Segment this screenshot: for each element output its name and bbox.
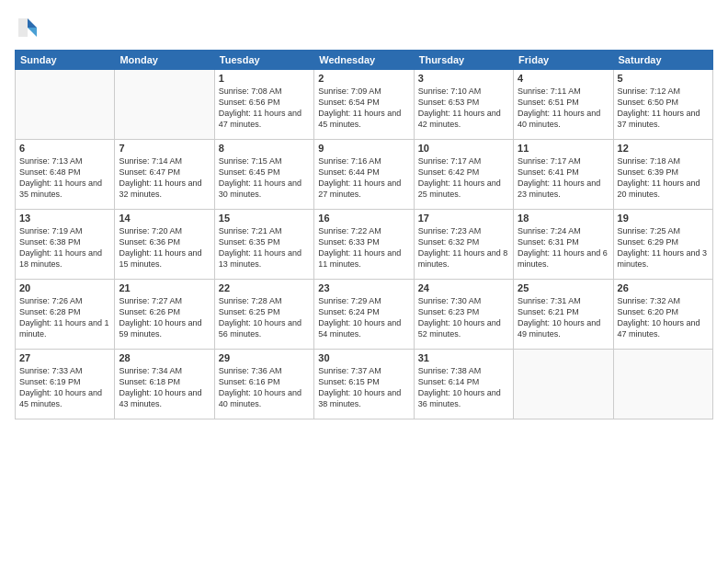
day-cell: 16Sunrise: 7:22 AM Sunset: 6:33 PM Dayli… (314, 210, 414, 280)
day-cell: 14Sunrise: 7:20 AM Sunset: 6:36 PM Dayli… (115, 210, 214, 280)
day-cell: 3Sunrise: 7:10 AM Sunset: 6:53 PM Daylig… (414, 70, 513, 140)
day-number: 7 (119, 143, 210, 154)
day-cell: 25Sunrise: 7:31 AM Sunset: 6:21 PM Dayli… (514, 280, 613, 350)
day-number: 20 (19, 282, 110, 293)
page: SundayMondayTuesdayWednesdayThursdayFrid… (0, 0, 728, 563)
day-info: Sunrise: 7:17 AM Sunset: 6:41 PM Dayligh… (518, 155, 609, 201)
day-number: 28 (119, 352, 210, 363)
day-cell: 27Sunrise: 7:33 AM Sunset: 6:19 PM Dayli… (16, 350, 115, 419)
day-number: 2 (318, 73, 409, 84)
day-info: Sunrise: 7:08 AM Sunset: 6:56 PM Dayligh… (219, 86, 310, 131)
day-cell: 6Sunrise: 7:13 AM Sunset: 6:48 PM Daylig… (16, 140, 115, 210)
week-row-4: 20Sunrise: 7:26 AM Sunset: 6:28 PM Dayli… (16, 280, 713, 350)
day-number: 13 (19, 213, 110, 224)
day-cell: 24Sunrise: 7:30 AM Sunset: 6:23 PM Dayli… (414, 280, 513, 350)
day-number: 10 (418, 143, 509, 154)
day-info: Sunrise: 7:30 AM Sunset: 6:23 PM Dayligh… (418, 295, 509, 340)
calendar-table: SundayMondayTuesdayWednesdayThursdayFrid… (15, 50, 713, 419)
header (15, 15, 713, 40)
day-number: 22 (219, 282, 310, 293)
day-info: Sunrise: 7:20 AM Sunset: 6:36 PM Dayligh… (119, 225, 210, 270)
day-cell: 15Sunrise: 7:21 AM Sunset: 6:35 PM Dayli… (214, 210, 313, 280)
day-cell: 31Sunrise: 7:38 AM Sunset: 6:14 PM Dayli… (414, 350, 513, 419)
day-info: Sunrise: 7:33 AM Sunset: 6:19 PM Dayligh… (19, 365, 110, 410)
day-info: Sunrise: 7:23 AM Sunset: 6:32 PM Dayligh… (418, 225, 509, 270)
day-cell: 5Sunrise: 7:12 AM Sunset: 6:50 PM Daylig… (613, 70, 712, 140)
day-info: Sunrise: 7:12 AM Sunset: 6:50 PM Dayligh… (618, 86, 709, 131)
day-info: Sunrise: 7:36 AM Sunset: 6:16 PM Dayligh… (219, 365, 310, 410)
day-cell: 28Sunrise: 7:34 AM Sunset: 6:18 PM Dayli… (115, 350, 214, 419)
weekday-header-tuesday: Tuesday (214, 51, 313, 70)
day-info: Sunrise: 7:26 AM Sunset: 6:28 PM Dayligh… (19, 295, 110, 340)
svg-marker-3 (18, 18, 28, 28)
weekday-header-sunday: Sunday (16, 51, 115, 70)
week-row-3: 13Sunrise: 7:19 AM Sunset: 6:38 PM Dayli… (16, 210, 713, 280)
day-cell: 21Sunrise: 7:27 AM Sunset: 6:26 PM Dayli… (115, 280, 214, 350)
day-info: Sunrise: 7:10 AM Sunset: 6:53 PM Dayligh… (418, 86, 509, 131)
day-number: 21 (119, 282, 210, 293)
day-info: Sunrise: 7:24 AM Sunset: 6:31 PM Dayligh… (518, 225, 609, 270)
day-cell (115, 70, 214, 140)
logo-icon (15, 15, 40, 40)
day-number: 15 (219, 213, 310, 224)
day-number: 14 (119, 213, 210, 224)
day-cell: 8Sunrise: 7:15 AM Sunset: 6:45 PM Daylig… (214, 140, 313, 210)
weekday-header-thursday: Thursday (414, 51, 513, 70)
day-number: 24 (418, 282, 509, 293)
day-cell: 30Sunrise: 7:37 AM Sunset: 6:15 PM Dayli… (314, 350, 414, 419)
day-cell: 18Sunrise: 7:24 AM Sunset: 6:31 PM Dayli… (514, 210, 613, 280)
day-number: 9 (318, 143, 409, 154)
week-row-2: 6Sunrise: 7:13 AM Sunset: 6:48 PM Daylig… (16, 140, 713, 210)
week-row-5: 27Sunrise: 7:33 AM Sunset: 6:19 PM Dayli… (16, 350, 713, 419)
day-cell (514, 350, 613, 419)
day-info: Sunrise: 7:14 AM Sunset: 6:47 PM Dayligh… (119, 155, 210, 201)
day-number: 19 (618, 213, 709, 224)
day-number: 16 (318, 213, 409, 224)
day-number: 6 (19, 143, 110, 154)
day-info: Sunrise: 7:25 AM Sunset: 6:29 PM Dayligh… (618, 225, 709, 270)
day-info: Sunrise: 7:22 AM Sunset: 6:33 PM Dayligh… (318, 225, 409, 270)
day-cell: 12Sunrise: 7:18 AM Sunset: 6:39 PM Dayli… (613, 140, 712, 210)
day-number: 12 (618, 143, 709, 154)
day-number: 31 (418, 352, 509, 363)
day-cell: 13Sunrise: 7:19 AM Sunset: 6:38 PM Dayli… (16, 210, 115, 280)
day-number: 30 (318, 352, 409, 363)
week-row-1: 1Sunrise: 7:08 AM Sunset: 6:56 PM Daylig… (16, 70, 713, 140)
logo (15, 15, 44, 40)
day-cell: 26Sunrise: 7:32 AM Sunset: 6:20 PM Dayli… (613, 280, 712, 350)
day-info: Sunrise: 7:19 AM Sunset: 6:38 PM Dayligh… (19, 225, 110, 270)
day-info: Sunrise: 7:32 AM Sunset: 6:20 PM Dayligh… (618, 295, 709, 340)
day-cell: 1Sunrise: 7:08 AM Sunset: 6:56 PM Daylig… (214, 70, 313, 140)
day-number: 8 (219, 143, 310, 154)
day-cell: 11Sunrise: 7:17 AM Sunset: 6:41 PM Dayli… (514, 140, 613, 210)
day-number: 18 (518, 213, 609, 224)
day-cell: 23Sunrise: 7:29 AM Sunset: 6:24 PM Dayli… (314, 280, 414, 350)
day-cell: 2Sunrise: 7:09 AM Sunset: 6:54 PM Daylig… (314, 70, 414, 140)
day-cell: 4Sunrise: 7:11 AM Sunset: 6:51 PM Daylig… (514, 70, 613, 140)
day-info: Sunrise: 7:21 AM Sunset: 6:35 PM Dayligh… (219, 225, 310, 270)
day-number: 11 (518, 143, 609, 154)
day-cell: 17Sunrise: 7:23 AM Sunset: 6:32 PM Dayli… (414, 210, 513, 280)
day-number: 26 (618, 282, 709, 293)
day-number: 29 (219, 352, 310, 363)
day-cell: 20Sunrise: 7:26 AM Sunset: 6:28 PM Dayli… (16, 280, 115, 350)
day-cell: 29Sunrise: 7:36 AM Sunset: 6:16 PM Dayli… (214, 350, 313, 419)
weekday-header-row: SundayMondayTuesdayWednesdayThursdayFrid… (16, 51, 713, 70)
day-cell: 10Sunrise: 7:17 AM Sunset: 6:42 PM Dayli… (414, 140, 513, 210)
day-info: Sunrise: 7:17 AM Sunset: 6:42 PM Dayligh… (418, 155, 509, 201)
day-cell: 7Sunrise: 7:14 AM Sunset: 6:47 PM Daylig… (115, 140, 214, 210)
weekday-header-friday: Friday (514, 51, 613, 70)
day-info: Sunrise: 7:28 AM Sunset: 6:25 PM Dayligh… (219, 295, 310, 340)
day-number: 1 (219, 73, 310, 84)
day-info: Sunrise: 7:15 AM Sunset: 6:45 PM Dayligh… (219, 155, 310, 201)
day-number: 23 (318, 282, 409, 293)
weekday-header-wednesday: Wednesday (314, 51, 414, 70)
day-number: 25 (518, 282, 609, 293)
day-info: Sunrise: 7:38 AM Sunset: 6:14 PM Dayligh… (418, 365, 509, 410)
day-info: Sunrise: 7:37 AM Sunset: 6:15 PM Dayligh… (318, 365, 409, 410)
weekday-header-monday: Monday (115, 51, 214, 70)
day-info: Sunrise: 7:29 AM Sunset: 6:24 PM Dayligh… (318, 295, 409, 340)
day-number: 4 (518, 73, 609, 84)
day-cell: 9Sunrise: 7:16 AM Sunset: 6:44 PM Daylig… (314, 140, 414, 210)
svg-marker-4 (18, 28, 28, 37)
